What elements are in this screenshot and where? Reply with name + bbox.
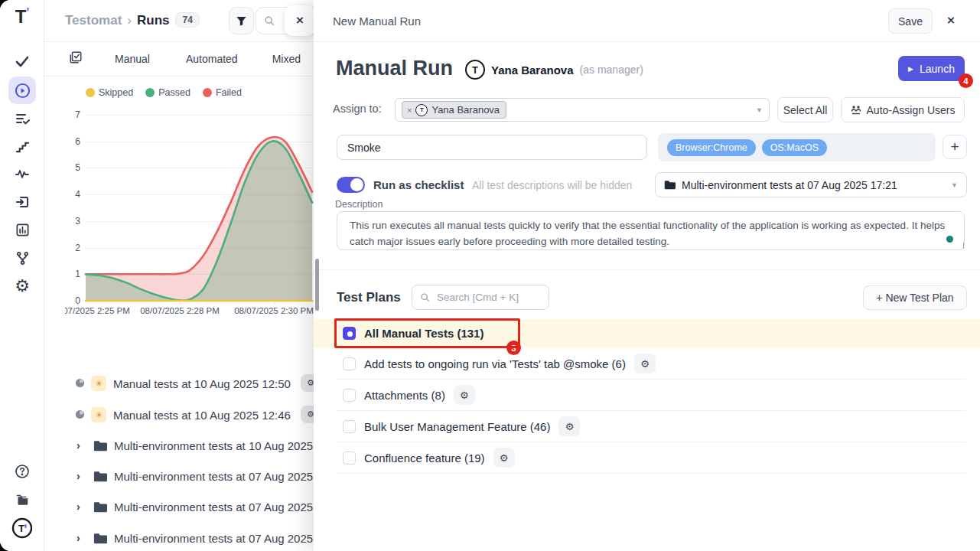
app-window: T' ⚙ T (0, 0, 980, 551)
textarea-resize-handle[interactable] (958, 243, 964, 249)
run-label: Multi-environment tests at 07 Aug 2025 (114, 470, 313, 483)
chevron-right-icon[interactable]: › (77, 439, 87, 452)
chart-legend: Skipped Passed Failed (86, 87, 242, 98)
users-grid-icon (851, 105, 861, 116)
annotation-box (334, 318, 520, 348)
chevron-down-icon[interactable]: ▼ (756, 106, 763, 114)
checkbox-unchecked[interactable] (343, 357, 356, 370)
breadcrumb: Testomat›Runs74 (65, 12, 200, 28)
plan-settings-gear-button[interactable]: ⚙ (493, 448, 515, 468)
add-tag-button[interactable]: + (943, 135, 967, 159)
green-presence-dot (946, 236, 953, 243)
x-tick (274, 301, 275, 304)
assignee-avatar: T (415, 104, 428, 116)
description-textarea[interactable]: This run executes all manual tests quick… (337, 211, 965, 250)
assign-to-multiselect[interactable]: × T Yana Baranova ▼ (395, 98, 770, 122)
filter-button[interactable] (229, 7, 254, 34)
target-folder-value: Multi-environment tests at 07 Aug 2025 1… (682, 179, 897, 191)
passed-dot (145, 88, 155, 97)
bar-chart-icon[interactable] (8, 216, 36, 243)
select-all-button[interactable]: Select All (777, 97, 833, 122)
run-status-icon (75, 377, 85, 390)
section-divider (314, 269, 980, 270)
test-plan-search[interactable] (412, 285, 549, 310)
play-icon: ▶ (908, 65, 913, 73)
runs-count-badge: 74 (175, 12, 199, 28)
breadcrumb-page[interactable]: Runs (137, 13, 170, 28)
funnel-icon (236, 15, 247, 27)
y-axis-tick-label: 6 (65, 136, 80, 147)
tab-manual[interactable]: Manual (115, 53, 150, 65)
chevron-right-icon[interactable]: › (77, 470, 87, 482)
run-as-checklist-toggle[interactable] (337, 177, 365, 193)
stairs-icon[interactable] (8, 132, 36, 160)
x-axis-label-2: 08/07/2025 2:28 PM (140, 306, 220, 315)
environment-tags: Browser:Chrome OS:MacOS (658, 133, 936, 161)
legend-failed: Failed (203, 87, 242, 98)
running-spark-icon: ✳ (91, 407, 106, 422)
toggle-knob (350, 178, 363, 191)
legend-skipped: Skipped (86, 87, 133, 98)
breadcrumb-app[interactable]: Testomat (65, 13, 122, 28)
settings-gear-icon[interactable]: ⚙ (8, 272, 36, 300)
run-title-input[interactable] (337, 135, 647, 160)
tag-browser-chrome[interactable]: Browser:Chrome (667, 139, 756, 156)
branch-icon[interactable] (8, 244, 36, 272)
close-search-button[interactable]: × (285, 5, 315, 36)
new-test-plan-button[interactable]: + New Test Plan (863, 285, 967, 310)
drawer-scrollbar[interactable] (315, 259, 319, 311)
x-axis-label-1: 08/07/2025 2:25 PM (65, 306, 130, 315)
checkbox-unchecked[interactable] (343, 420, 356, 433)
projects-folder-icon[interactable] (8, 486, 36, 514)
account-logo-icon[interactable]: T (8, 514, 36, 542)
checkbox-unchecked[interactable] (343, 452, 356, 465)
test-plan-row[interactable]: Confluence feature (19) ⚙ (314, 442, 980, 473)
close-drawer-button[interactable]: × (947, 13, 955, 28)
run-label: Manual tests at 10 Aug 2025 12:46 (113, 409, 291, 422)
tag-os-macos[interactable]: OS:MacOS (762, 139, 827, 156)
testomat-logo[interactable]: T' (0, 6, 44, 28)
runs-nav-play-circle-icon[interactable] (8, 77, 36, 104)
plan-settings-gear-button[interactable]: ⚙ (454, 385, 475, 405)
checkbox-unchecked[interactable] (343, 389, 356, 402)
test-plan-row[interactable]: Bulk User Management Feature (46) ⚙ (314, 411, 980, 442)
chevron-right-icon[interactable]: › (77, 500, 87, 513)
test-plan-row[interactable]: Attachments (8) ⚙ (314, 380, 980, 410)
y-axis-tick-label: 7 (65, 109, 80, 120)
checklist-nav-icon[interactable] (8, 105, 36, 132)
chart-plot-area (86, 115, 312, 301)
manager-role-suffix: (as manager) (580, 64, 643, 76)
auto-assign-users-button[interactable]: Auto-Assign Users (841, 97, 965, 122)
plan-settings-gear-button[interactable]: ⚙ (634, 354, 656, 373)
y-axis-tick-label: 2 (65, 243, 80, 253)
annotation-step-badge-4: 4 (959, 73, 973, 88)
run-title-heading: Manual Run (336, 57, 453, 80)
remove-assignee-icon[interactable]: × (407, 106, 412, 115)
target-folder-select[interactable]: Multi-environment tests at 07 Aug 2025 1… (655, 172, 967, 197)
chevron-right-icon[interactable]: › (77, 532, 87, 544)
tests-nav-check-icon[interactable] (8, 47, 36, 75)
description-label: Description (335, 199, 383, 210)
drawer-header: New Manual Run Save × (314, 0, 980, 42)
row-divider (337, 473, 966, 474)
help-icon[interactable] (8, 458, 36, 485)
y-axis-tick-label: 5 (65, 162, 80, 173)
select-all-runs-icon[interactable] (69, 51, 83, 67)
test-plan-row[interactable]: Add tests to ongoing run via 'Tests' tab… (314, 348, 980, 379)
left-icon-rail: T' ⚙ T (0, 0, 44, 551)
screen: T' ⚙ T (0, 0, 980, 551)
manager-info: T Yana Baranova (as manager) (465, 60, 643, 80)
save-button[interactable]: Save (888, 8, 933, 34)
launch-button[interactable]: ▶ Launch (898, 56, 965, 81)
folder-icon (664, 180, 676, 190)
pulse-icon[interactable] (8, 160, 36, 187)
y-axis-tick-label: 0 (65, 295, 80, 306)
tab-mixed[interactable]: Mixed (272, 53, 301, 65)
assign-to-label: Assign to: (333, 103, 382, 115)
test-plan-search-input[interactable] (435, 291, 535, 304)
y-axis-tick-label: 1 (65, 269, 80, 279)
runs-trend-chart: Skipped Passed Failed 01234567 08/07/202… (65, 77, 314, 321)
import-icon[interactable] (8, 188, 36, 216)
plan-settings-gear-button[interactable]: ⚙ (558, 416, 580, 436)
tab-automated[interactable]: Automated (186, 53, 238, 65)
